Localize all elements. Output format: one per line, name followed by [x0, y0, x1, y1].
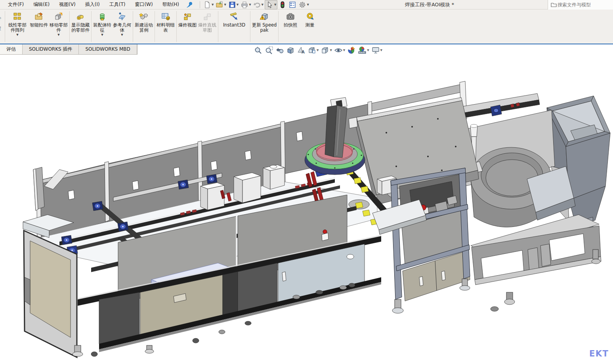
dropdown-caret: ▼ [16, 33, 18, 36]
dropdown-caret: ▼ [121, 33, 123, 36]
instant3d-icon [229, 11, 239, 22]
select-cursor-button[interactable]: ▼ [265, 0, 277, 10]
rear-linear-conveyor [460, 93, 540, 118]
task-pane-list-button[interactable] [288, 0, 297, 9]
command-manager-tabs: 评估 SOLIDWORKS 插件 SOLIDWORKS MBD [0, 44, 137, 55]
reference-geometry-button[interactable]: 参考几何体 ▼ [112, 10, 132, 43]
rebuild-traffic-light-button[interactable] [278, 0, 287, 9]
new-document-button[interactable]: ▼ [202, 0, 214, 9]
tab-evaluate[interactable]: 评估 [0, 44, 23, 54]
explode-line-sketch-icon [202, 11, 212, 22]
assembly-features-icon [97, 11, 107, 22]
move-component-button[interactable]: 移动零部件 ▼ [49, 10, 69, 43]
options-gear-button[interactable]: ▼ [298, 0, 309, 9]
display-style-icon[interactable]: ▼ [320, 46, 332, 55]
menu-view[interactable]: 视图(V) [54, 0, 80, 9]
assembly-model-3d-view [0, 44, 613, 364]
menu-bar: 文件(F) 编辑(E) 视图(V) 插入(I) 工具(T) 窗口(W) 帮助(H… [0, 0, 613, 10]
update-speedpak-button[interactable]: 更新 Speedpak [251, 10, 277, 43]
hide-show-items-icon[interactable]: ▼ [334, 46, 346, 55]
show-hidden-components-button[interactable]: 显示隐藏的零部件 [71, 10, 90, 43]
measure-button[interactable]: 测量 [302, 10, 318, 43]
zoom-to-fit-icon[interactable] [254, 46, 263, 55]
previous-view-icon[interactable] [275, 46, 285, 55]
smart-fasteners-button[interactable]: 智能扣件 [29, 10, 49, 43]
apply-scene-icon[interactable]: ▼ [357, 46, 369, 55]
explode-line-sketch-button: 爆炸直线草图 [197, 10, 217, 43]
save-button[interactable]: ▼ [227, 0, 239, 9]
tab-solidworks-addins[interactable]: SOLIDWORKS 插件 [23, 44, 79, 54]
heads-up-view-toolbar: A ▼ ▼ ▼ ▼ ▼ [254, 46, 383, 55]
linear-component-pattern-button[interactable]: 线性零部件阵列 ▼ [6, 10, 29, 43]
take-snapshot-button[interactable]: 拍快照 [279, 10, 302, 43]
dropdown-caret: ▼ [101, 33, 103, 36]
open-document-button[interactable]: ▼ [215, 0, 227, 9]
linear-component-pattern-icon [13, 11, 22, 22]
instant3d-button[interactable]: Instant3D [219, 10, 249, 43]
zoom-to-area-icon[interactable] [264, 46, 274, 55]
update-speedpak-icon [260, 11, 269, 22]
section-view-icon[interactable] [286, 46, 295, 55]
aoi-cabinet [391, 168, 470, 313]
quick-access-toolbar: ▼ ▼ ▼ ▼ ▼ ▼ ▼ [202, 0, 310, 10]
view-settings-icon[interactable]: ▼ [371, 46, 383, 55]
svg-text:A: A [302, 50, 305, 54]
bill-of-materials-icon [161, 11, 170, 22]
exploded-view-button[interactable]: 爆炸视图 [178, 10, 197, 43]
edit-appearance-icon[interactable] [347, 46, 356, 55]
command-manager-ribbon: 件置 线性零部件阵列 ▼ 智能扣件 移动零部件 ▼ 显示隐藏的零部件 [0, 10, 613, 44]
document-title: 焊接工段-带AOI模块 * [405, 0, 454, 10]
menu-insert[interactable]: 插入(I) [80, 0, 105, 9]
reference-geometry-icon [117, 11, 127, 22]
search-folder-icon [550, 2, 558, 8]
view-orientation-icon[interactable]: ▼ [307, 46, 319, 55]
move-component-icon [54, 11, 63, 22]
right-stand [471, 215, 601, 311]
menu-file[interactable]: 文件(F) [3, 0, 29, 9]
dropdown-caret: ▼ [57, 33, 59, 36]
bill-of-materials-button[interactable]: 材料明细表 [156, 10, 176, 43]
smart-fasteners-icon [34, 11, 44, 22]
pin-menu-icon[interactable] [186, 1, 193, 8]
solidworks-window: A ▼ ▼ ▼ ▼ ▼ EKT 文件(F) 编辑(E) 视图(V) 插入(I) … [0, 0, 613, 364]
ekt-watermark: EKT [589, 349, 609, 358]
search-input[interactable] [558, 2, 609, 8]
graphics-area[interactable] [0, 44, 613, 364]
menu-window[interactable]: 窗口(W) [130, 0, 157, 9]
tab-solidworks-mbd[interactable]: SOLIDWORKS MBD [79, 44, 137, 54]
measure-icon [305, 11, 315, 22]
undo-button[interactable]: ▼ [252, 0, 264, 9]
show-hidden-components-icon [76, 11, 85, 22]
assembly-features-button[interactable]: 装配体特征 ▼ [92, 10, 112, 43]
menu-tools[interactable]: 工具(T) [105, 0, 130, 9]
new-motion-study-button[interactable]: 新建运动算例 [134, 10, 154, 43]
menu-help[interactable]: 帮助(H) [158, 0, 184, 9]
take-snapshot-icon [286, 11, 295, 22]
search-box[interactable] [548, 0, 613, 10]
dynamic-annotation-views-icon[interactable]: A [296, 46, 306, 55]
clipped-button-sliver[interactable]: 件置 [0, 10, 4, 42]
menu-edit[interactable]: 编辑(E) [29, 0, 54, 9]
exploded-view-icon [183, 11, 192, 22]
new-motion-study-icon [139, 11, 149, 22]
print-button[interactable]: ▼ [240, 0, 252, 9]
